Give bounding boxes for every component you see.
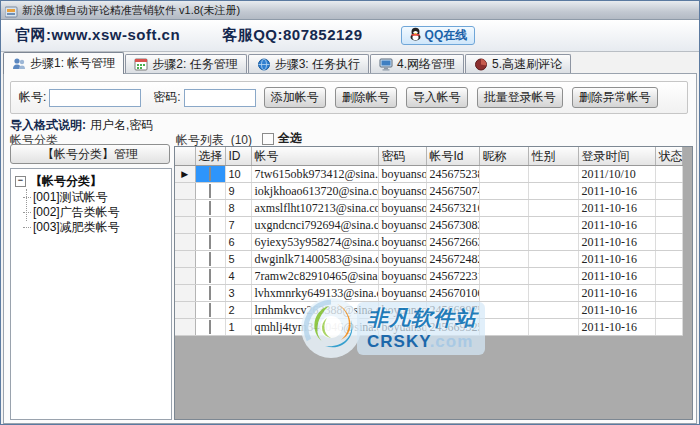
tree-root-label: 【帐号分类】	[30, 173, 102, 190]
account-label: 帐号:	[19, 89, 46, 106]
cell-gender	[528, 319, 578, 336]
tree-root-node[interactable]: − 【帐号分类】	[15, 173, 171, 190]
cell-login_time: 2011-10-16	[578, 251, 655, 268]
table-row[interactable]: ▶107tw615obk973412@sina.comboyuansoft245…	[175, 166, 682, 183]
table-row[interactable]: 3lvhxmnrky649133@sina.comboyuansoft24567…	[175, 285, 682, 302]
table-row[interactable]: 7uxgndcnci792694@sina.comboyuansoft24567…	[175, 217, 682, 234]
cell-id: 5	[225, 251, 251, 268]
cell-nickname	[479, 251, 528, 268]
row-select-cell[interactable]	[195, 268, 225, 285]
row-checkbox[interactable]	[209, 201, 211, 215]
column-header-8[interactable]: 登录时间	[578, 147, 655, 166]
cell-nickname	[479, 183, 528, 200]
tab-label: 步骤2: 任务管理	[152, 56, 237, 73]
table-row[interactable]: 8axmslflht107213@sina.comboyuansoft24567…	[175, 200, 682, 217]
select-all-checkbox[interactable]	[262, 133, 274, 145]
account-input[interactable]	[49, 89, 141, 107]
row-checkbox[interactable]	[209, 167, 211, 181]
column-header-7[interactable]: 性别	[528, 147, 578, 166]
cell-status	[655, 285, 682, 302]
import-account-button[interactable]: 导入帐号	[406, 87, 468, 108]
cell-account_id: 2456699752	[426, 302, 479, 319]
row-marker-cell	[175, 183, 195, 200]
row-select-cell[interactable]	[195, 166, 225, 183]
row-marker-cell	[175, 268, 195, 285]
pie-icon	[474, 58, 488, 71]
account-table: 选择ID帐号密码帐号Id昵称性别登录时间状态 ▶107tw615obk97341…	[175, 147, 683, 336]
header-strip: 官网:www.xsw-soft.cn 客服QQ:807852129 QQ在线	[1, 20, 699, 52]
tab-3[interactable]: 步骤3: 任务执行	[248, 54, 369, 74]
cell-status	[655, 200, 682, 217]
qq-online-button[interactable]: QQ在线	[401, 26, 476, 45]
account-grid[interactable]: 选择ID帐号密码帐号Id昵称性别登录时间状态 ▶107tw615obk97341…	[174, 146, 693, 420]
category-tree[interactable]: − 【帐号分类】 [001]测试帐号[002]广告类帐号[003]减肥类帐号	[10, 168, 172, 420]
column-header-6[interactable]: 昵称	[479, 147, 528, 166]
category-manage-button[interactable]: 【帐号分类】管理	[10, 144, 170, 164]
cell-nickname	[479, 200, 528, 217]
row-checkbox[interactable]	[209, 303, 211, 317]
tab-1[interactable]: 步骤1: 帐号管理	[3, 52, 124, 74]
table-row[interactable]: 2lrnhmkvcv263388@sina.comboyuansoft24566…	[175, 302, 682, 319]
cell-account_id: 2456726630	[426, 234, 479, 251]
cell-gender	[528, 234, 578, 251]
row-marker-cell	[175, 302, 195, 319]
cell-password: boyuansoft	[378, 166, 426, 183]
row-checkbox[interactable]	[209, 218, 211, 232]
row-select-cell[interactable]	[195, 217, 225, 234]
qq-online-label: QQ在线	[425, 27, 468, 44]
cell-password: boyuansoft	[378, 234, 426, 251]
delete-abnormal-button[interactable]: 删除异常帐号	[572, 87, 658, 108]
cell-id: 3	[225, 285, 251, 302]
import-hint-value: 用户名,密码	[90, 118, 153, 132]
tab-5[interactable]: 5.高速刷评论	[465, 54, 571, 74]
cell-account_id: 2456752382	[426, 166, 479, 183]
add-account-button[interactable]: 添加帐号	[264, 87, 326, 108]
row-select-cell[interactable]	[195, 302, 225, 319]
row-select-cell[interactable]	[195, 319, 225, 336]
column-header-2[interactable]: ID	[225, 147, 251, 166]
tree-item-2[interactable]: [002]广告类帐号	[33, 205, 171, 220]
table-row[interactable]: 9iokjkhoao613720@sina.comboyuansoft24567…	[175, 183, 682, 200]
select-all-control[interactable]: 全选	[262, 130, 302, 147]
cell-account: dwginlk71400583@sina.com	[251, 251, 378, 268]
row-checkbox[interactable]	[209, 184, 211, 198]
row-select-cell[interactable]	[195, 285, 225, 302]
table-row[interactable]: 66yiexy53y958274@sina.comboyuansoft24567…	[175, 234, 682, 251]
row-select-cell[interactable]	[195, 200, 225, 217]
row-select-cell[interactable]	[195, 234, 225, 251]
batch-login-button[interactable]: 批量登录帐号	[477, 87, 563, 108]
row-checkbox[interactable]	[209, 252, 211, 266]
column-header-3[interactable]: 帐号	[251, 147, 378, 166]
tree-item-3[interactable]: [003]减肥类帐号	[33, 220, 171, 235]
cell-account: uxgndcnci792694@sina.com	[251, 217, 378, 234]
cell-login_time: 2011/10/10	[578, 166, 655, 183]
row-select-cell[interactable]	[195, 251, 225, 268]
row-checkbox[interactable]	[209, 286, 211, 300]
tree-collapse-icon[interactable]: −	[15, 176, 26, 187]
column-header-4[interactable]: 密码	[378, 147, 426, 166]
cell-login_time: 2011-10-16	[578, 285, 655, 302]
column-header-5[interactable]: 帐号Id	[426, 147, 479, 166]
row-checkbox[interactable]	[209, 269, 211, 283]
cell-id: 7	[225, 217, 251, 234]
cell-nickname	[479, 319, 528, 336]
table-row[interactable]: 1qmhlj4tym346046@sina.comboyuansoft24566…	[175, 319, 682, 336]
delete-account-button[interactable]: 删除帐号	[335, 87, 397, 108]
column-header-1[interactable]: 选择	[195, 147, 225, 166]
title-bar[interactable]: 新浪微博自动评论精准营销软件 v1.8(未注册)	[1, 1, 699, 20]
row-select-cell[interactable]	[195, 183, 225, 200]
cell-account: axmslflht107213@sina.com	[251, 200, 378, 217]
column-header-9[interactable]: 状态	[655, 147, 682, 166]
table-row[interactable]: 5dwginlk71400583@sina.comboyuansoft24567…	[175, 251, 682, 268]
tree-item-1[interactable]: [001]测试帐号	[33, 190, 171, 205]
tab-2[interactable]: 步骤2: 任务管理	[125, 54, 246, 74]
password-input[interactable]	[184, 89, 256, 107]
tab-4[interactable]: 4.网络管理	[370, 54, 464, 74]
cell-status	[655, 268, 682, 285]
cell-password: boyuansoft	[378, 268, 426, 285]
table-row[interactable]: 47ramw2c82910465@sina.comboyuansoft24567…	[175, 268, 682, 285]
tab-label: 步骤1: 帐号管理	[30, 55, 115, 72]
cell-gender	[528, 285, 578, 302]
row-checkbox[interactable]	[209, 235, 211, 249]
row-checkbox[interactable]	[209, 320, 211, 334]
